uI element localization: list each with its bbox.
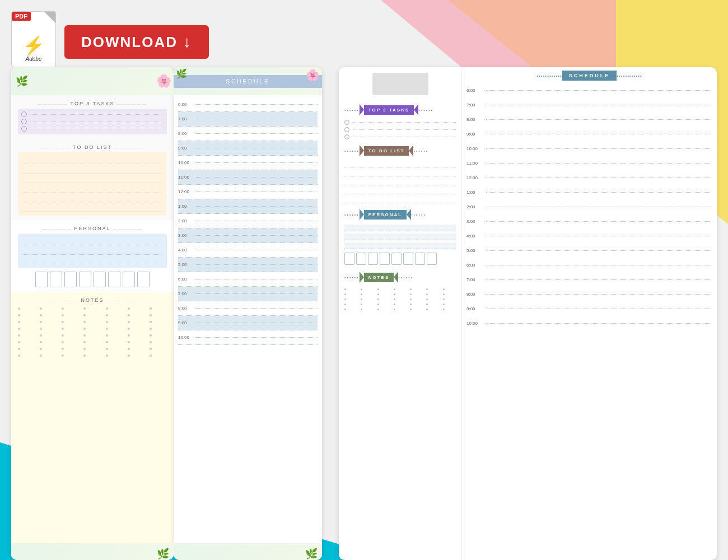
time-line (195, 119, 318, 119)
rp-habit-box (391, 253, 402, 265)
time-label: 9:00 (178, 146, 195, 151)
rp-time-row: 10:00 (466, 316, 712, 330)
rp-time-line (486, 178, 712, 178)
personal-label: PERSONAL (18, 226, 167, 231)
rp-todo-item (344, 170, 456, 176)
acrobat-icon: ⚡ (22, 35, 45, 56)
rp-circle (344, 120, 349, 125)
rp-time-row: 7:00 (466, 272, 712, 287)
rp-time-label: 9:00 (466, 132, 486, 137)
habit-box (50, 272, 62, 287)
time-row: 7:00 (178, 112, 318, 127)
notes-banner-label: NOTES (364, 273, 394, 282)
notes-label: NOTES (18, 297, 167, 303)
notes-banner: •••••• NOTES •••••• (344, 272, 456, 283)
rp-time-row: 6:00 (466, 83, 712, 97)
personal-section: PERSONAL (11, 220, 174, 292)
flower-left-icon: 🌿 (16, 75, 28, 87)
time-label: 3:00 (178, 233, 195, 238)
task-item-2 (21, 119, 164, 124)
time-label: 6:00 (178, 102, 195, 107)
download-button[interactable]: DOWNLOAD ↓ (64, 25, 209, 59)
rp-time-line (486, 207, 712, 207)
task-circle-1 (21, 111, 27, 117)
rp-task-item (344, 134, 456, 139)
time-line (195, 279, 318, 279)
rp-time-line (486, 309, 712, 309)
task-item-1 (21, 111, 164, 117)
todo-item (21, 204, 164, 212)
habit-box (64, 272, 77, 287)
time-line (195, 148, 318, 148)
top3tasks-banner: •••••• TOP 3 TASKS •••••• (344, 104, 456, 115)
time-row: 6:00 (178, 97, 318, 112)
rp-line (353, 129, 456, 130)
footer-leaf-icon: 🌿 (305, 548, 318, 560)
personal-item (21, 256, 164, 264)
adobe-text: Adobe (26, 56, 42, 62)
rp-task-item (344, 120, 456, 125)
top3tasks-banner-label: TOP 3 TASKS (364, 105, 414, 115)
todo-item (21, 194, 164, 202)
flower-right-icon: 🌸 (306, 68, 320, 82)
rp-time-row: 9:00 (466, 127, 712, 141)
banner-arrow-right (407, 209, 411, 220)
todo-item (21, 185, 164, 193)
rp-time-label: 7:00 (466, 277, 486, 282)
rp-line (353, 137, 456, 137)
time-line (195, 264, 318, 265)
rp-time-row: 4:00 (466, 228, 712, 243)
habit-box (123, 272, 135, 287)
rp-personal-item (344, 234, 456, 240)
rp-circle (344, 127, 349, 132)
time-row: 3:00 (178, 228, 318, 243)
top3tasks-section: TOP 3 TASKS (11, 95, 174, 139)
rp-time-row: 11:00 (466, 156, 712, 170)
rp-time-label: 4:00 (466, 234, 486, 239)
banner-arrow-right (394, 272, 398, 283)
time-line (195, 308, 318, 309)
task-line-2 (30, 122, 164, 122)
left-planner-card: 🌿 🌸 TOP 3 TASKS (11, 67, 174, 560)
rp-time-row: 9:00 (466, 301, 712, 316)
habit-trackers (18, 272, 167, 287)
todo-section: TO DO LIST (11, 139, 174, 220)
rp-time-line (486, 134, 712, 134)
rp-habit-box (356, 253, 366, 265)
rp-line (353, 122, 456, 123)
rp-time-label: 6:00 (466, 88, 486, 93)
rp-time-line (486, 279, 712, 280)
notes-section: NOTES (11, 292, 174, 543)
rp-todo-item (344, 188, 456, 194)
personal-item (21, 237, 164, 245)
rp-time-line (486, 236, 712, 236)
rp-todo-item (344, 161, 456, 167)
time-line (195, 293, 318, 294)
time-row: 10:00 (178, 330, 318, 345)
todo-label: TO DO LIST (18, 144, 167, 150)
task-item-3 (21, 126, 164, 132)
schedule-dots-left: •••••••••••• (536, 73, 562, 78)
habit-box (108, 272, 120, 287)
time-line (195, 192, 318, 192)
rp-time-label: 10:00 (466, 321, 486, 326)
time-label: 7:00 (178, 116, 195, 122)
pdf-icon: PDF ⚡ Adobe (11, 11, 62, 73)
time-line (195, 104, 318, 105)
rp-time-row: 10:00 (466, 141, 712, 156)
task-line-3 (30, 129, 164, 129)
rp-habit-box (368, 253, 378, 265)
banner-arrow-right (414, 104, 418, 115)
time-row: 1:00 (178, 199, 318, 214)
rp-time-row: 7:00 (466, 97, 712, 112)
rp-todo-item (344, 197, 456, 203)
personal-item (21, 247, 164, 255)
rp-time-line (486, 163, 712, 164)
rp-time-label: 8:00 (466, 117, 486, 122)
todo-item (21, 166, 164, 174)
rp-time-row: 8:00 (466, 112, 712, 127)
rp-habit-box (380, 253, 390, 265)
time-row: 5:00 (178, 258, 318, 272)
time-line (195, 206, 318, 207)
rp-time-line (486, 221, 712, 222)
